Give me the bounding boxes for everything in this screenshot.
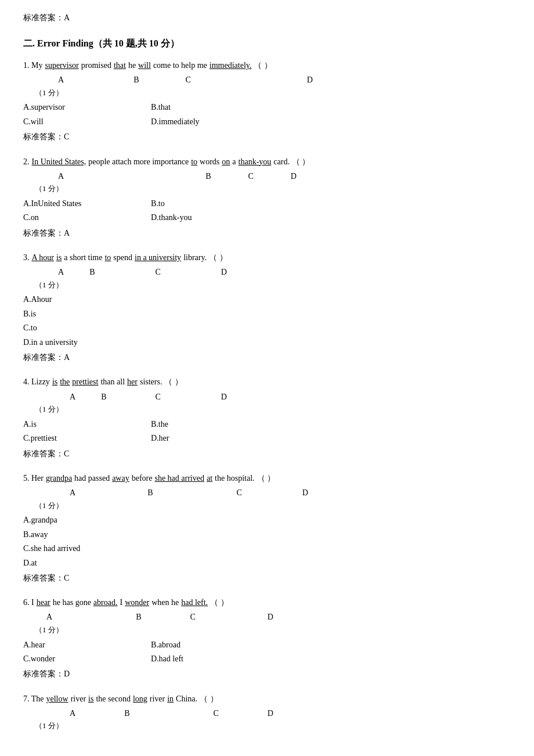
q4-labels: A B C D xyxy=(70,391,511,404)
q3-options: A.Ahour B.is C.to D.in a university xyxy=(23,293,511,349)
q1-w2: he xyxy=(128,58,136,73)
q4-score: （1 分） xyxy=(35,404,511,416)
q1-answer: 标准答案：C xyxy=(23,131,511,143)
q2-w3: a xyxy=(232,154,236,169)
q5-optD: D.at xyxy=(23,557,511,570)
q3-optA: A.Ahour xyxy=(23,293,511,306)
q6-labels: A B C D xyxy=(46,611,511,624)
q3-answer: 标准答案：A xyxy=(23,351,511,364)
question-5: 5. Her grandpa had passed away before sh… xyxy=(23,471,511,585)
q1-label-a: A xyxy=(58,74,64,87)
q5-word-at: at xyxy=(207,471,212,485)
q2-w1: people attach more importance xyxy=(88,154,189,169)
q4-word-is: is xyxy=(52,375,57,389)
q1-optA: A.supervisor xyxy=(23,101,151,114)
question-1: 1. My supervisor promised that he will c… xyxy=(23,58,511,144)
q6-optA: A.hear xyxy=(23,639,151,651)
q1-label-b: B xyxy=(134,74,139,87)
q5-num: 5. Her xyxy=(23,471,44,485)
q4-bracket: （ ） xyxy=(164,375,183,389)
q4-w2: sisters. xyxy=(140,375,163,389)
q1-labels: A B C D xyxy=(58,74,511,87)
q2-optC: C.on xyxy=(23,211,151,224)
q1-score: （1 分） xyxy=(35,87,511,99)
q1-label-d: D xyxy=(307,74,313,87)
q3-w3: library. xyxy=(183,250,207,265)
q6-options: A.hear B.abroad C.wonder D.had left xyxy=(23,639,511,666)
q2-score: （1 分） xyxy=(35,183,511,195)
q1-num: 1. My xyxy=(23,58,42,73)
q2-bracket: （ ） xyxy=(292,154,311,169)
q7-w4: China. xyxy=(176,692,197,706)
question-3: 3. A hour is a short time to spend in a … xyxy=(23,250,511,364)
q2-optB: B.to xyxy=(151,197,511,210)
q6-bracket: （ ） xyxy=(210,595,229,610)
q7-label-b: B xyxy=(124,707,129,720)
q2-word-inunitedstates: In United States, xyxy=(32,154,86,169)
q5-word-away: away xyxy=(112,471,129,485)
q5-sentence: 5. Her grandpa had passed away before sh… xyxy=(23,471,511,485)
q3-w1: a short time xyxy=(64,250,102,265)
q6-label-b: B xyxy=(136,611,141,624)
q7-label-a: A xyxy=(70,707,75,720)
q1-sentence: 1. My supervisor promised that he will c… xyxy=(23,58,511,73)
q5-optA: A.grandpa xyxy=(23,514,511,527)
q1-options: A.supervisor B.that C.will D.immediately xyxy=(23,101,511,128)
q7-label-c: C xyxy=(213,707,218,720)
q5-label-c: C xyxy=(236,487,241,499)
question-4: 4. Lizzy is the prettiest than all her s… xyxy=(23,375,511,460)
q7-word-in: in xyxy=(167,692,174,706)
q5-optB: B.away xyxy=(23,528,511,541)
q5-w1: had passed xyxy=(74,471,110,485)
q6-label-a: A xyxy=(46,611,52,624)
q5-label-d: D xyxy=(302,487,308,499)
q1-word-will: will xyxy=(138,58,151,73)
q7-bracket: （ ） xyxy=(200,692,218,706)
q7-word-is: is xyxy=(88,692,93,706)
q6-word-hadleft: had left. xyxy=(181,595,208,610)
q5-bracket: （ ） xyxy=(257,471,276,485)
q4-options: A.is B.the C.prettiest D.her xyxy=(23,418,511,445)
q4-label-d: D xyxy=(221,391,227,404)
q7-labels: A B C D xyxy=(70,707,511,720)
q1-w1: promised xyxy=(81,58,111,73)
q6-answer: 标准答案：D xyxy=(23,668,511,681)
q2-label-c: C xyxy=(248,170,253,183)
q4-answer: 标准答案：C xyxy=(23,448,511,460)
q6-word-abroad: abroad. xyxy=(93,595,118,610)
q4-sentence: 4. Lizzy is the prettiest than all her s… xyxy=(23,375,511,389)
q1-label-c: C xyxy=(185,74,190,87)
q2-num: 2. xyxy=(23,154,30,169)
q5-w3: the hospital. xyxy=(215,471,254,485)
q3-word-ahour: A hour xyxy=(32,250,55,265)
q3-bracket: （ ） xyxy=(209,250,228,265)
q2-word-thankyou: thank-you xyxy=(239,154,272,169)
q1-bracket: （ ） xyxy=(254,58,272,73)
q1-word-that: that xyxy=(114,58,126,73)
q2-label-a: A xyxy=(58,170,64,183)
q6-optD: D.had left xyxy=(151,653,511,665)
q5-w2: before xyxy=(132,471,153,485)
q2-word-to: to xyxy=(191,154,197,169)
top-answer: 标准答案：A xyxy=(23,12,511,24)
q2-word-on: on xyxy=(222,154,230,169)
q2-answer: 标准答案：A xyxy=(23,227,511,240)
q5-label-a: A xyxy=(70,487,75,499)
q3-score: （1 分） xyxy=(35,279,511,291)
q7-word-long: long xyxy=(133,692,147,706)
q4-w1: than all xyxy=(100,375,125,389)
q6-w3: when he xyxy=(151,595,179,610)
q7-word-yellow: yellow xyxy=(46,692,68,706)
q4-label-a: A xyxy=(70,391,75,404)
question-2: 2. In United States, people attach more … xyxy=(23,154,511,240)
q2-labels: A B C D xyxy=(58,170,511,183)
q1-w3: come to help me xyxy=(153,58,207,73)
q3-word-is: is xyxy=(56,250,62,265)
question-7: 7. The yellow river is the second long r… xyxy=(23,692,511,732)
q3-sentence: 3. A hour is a short time to spend in a … xyxy=(23,250,511,265)
q2-sentence: 2. In United States, people attach more … xyxy=(23,154,511,169)
q6-num: 6. I xyxy=(23,595,34,610)
q1-optC: C.will xyxy=(23,116,151,128)
q1-word-supervisor: supervisor xyxy=(45,58,78,73)
q4-optD: D.her xyxy=(151,432,511,445)
